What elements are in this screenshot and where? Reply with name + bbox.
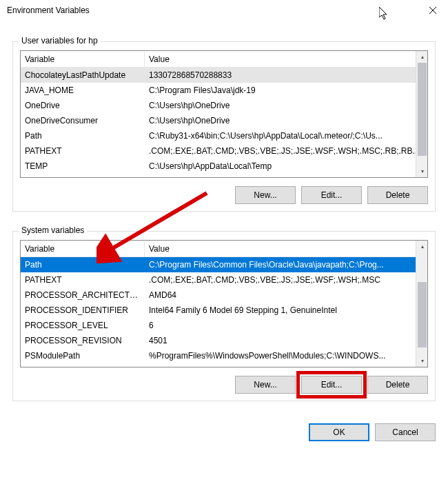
- cell-value: 6: [145, 319, 427, 332]
- table-row[interactable]: PROCESSOR_IDENTIFIERIntel64 Family 6 Mod…: [21, 303, 427, 318]
- system-variables-label: System variables: [19, 225, 87, 235]
- cancel-button[interactable]: Cancel: [375, 423, 436, 441]
- cell-variable: OneDrive: [21, 99, 145, 112]
- cell-value: C:\Program Files\Java\jdk-19: [145, 83, 427, 97]
- edit-button[interactable]: Edit...: [301, 186, 362, 204]
- cell-variable: PSModulePath: [21, 349, 145, 363]
- close-button[interactable]: [417, 0, 448, 21]
- table-row[interactable]: PATHEXT.COM;.EXE;.BAT;.CMD;.VBS;.VBE;.JS…: [21, 272, 427, 288]
- column-variable[interactable]: Variable: [21, 52, 145, 67]
- scroll-down-icon[interactable]: ▾: [416, 355, 428, 367]
- table-row[interactable]: PathC:\Ruby31-x64\bin;C:\Users\hp\AppDat…: [21, 128, 427, 143]
- scroll-up-icon[interactable]: ▴: [416, 51, 428, 63]
- cell-value: C:\Users\hp\OneDrive: [145, 99, 427, 112]
- cell-variable: OneDriveConsumer: [21, 114, 145, 128]
- cell-variable: Path: [21, 129, 145, 143]
- cell-variable: PATHEXT: [21, 273, 145, 287]
- table-row[interactable]: PathC:\Program Files\Common Files\Oracle…: [21, 257, 427, 272]
- table-row[interactable]: PATHEXT.COM;.EXE;.BAT;.CMD;.VBS;.VBE;.JS…: [21, 143, 427, 159]
- column-value[interactable]: Value: [145, 241, 427, 256]
- delete-button[interactable]: Delete: [367, 186, 428, 204]
- scroll-down-icon[interactable]: ▾: [416, 165, 428, 177]
- table-header: Variable Value: [21, 51, 427, 68]
- cell-value: .COM;.EXE;.BAT;.CMD;.VBS;.VBE;.JS;.JSE;.…: [145, 144, 427, 158]
- table-row[interactable]: OneDriveC:\Users\hp\OneDrive: [21, 98, 427, 113]
- table-row[interactable]: OneDriveConsumerC:\Users\hp\OneDrive: [21, 113, 427, 128]
- titlebar: Environment Variables: [0, 0, 448, 21]
- cell-variable: TEMP: [21, 159, 145, 173]
- table-row[interactable]: PROCESSOR_REVISION4501: [21, 333, 427, 348]
- column-variable[interactable]: Variable: [21, 241, 145, 256]
- user-variables-group: User variables for hp Variable Value Cho…: [12, 41, 436, 212]
- cell-value: C:\Program Files\Common Files\Oracle\Jav…: [145, 258, 427, 272]
- cell-value: 133072868570288833: [145, 68, 427, 82]
- cell-value: .COM;.EXE;.BAT;.CMD;.VBS;.VBE;.JS;.JSE;.…: [145, 273, 427, 287]
- scrollbar[interactable]: ▴ ▾: [416, 51, 427, 177]
- table-row[interactable]: PSModulePath%ProgramFiles%\WindowsPowerS…: [21, 348, 427, 363]
- system-variables-table[interactable]: Variable Value PathC:\Program Files\Comm…: [20, 240, 428, 367]
- cell-value: %ProgramFiles%\WindowsPowerShell\Modules…: [145, 349, 427, 363]
- cell-value: C:\Ruby31-x64\bin;C:\Users\hp\AppData\Lo…: [145, 129, 427, 143]
- cell-variable: PROCESSOR_ARCHITECTU...: [21, 288, 145, 302]
- cell-variable: ChocolateyLastPathUpdate: [21, 68, 145, 82]
- table-row[interactable]: ChocolateyLastPathUpdate1330728685702888…: [21, 68, 427, 83]
- cell-value: 4501: [145, 334, 427, 347]
- scrollbar[interactable]: ▴ ▾: [416, 241, 427, 367]
- cell-variable: JAVA_HOME: [21, 83, 145, 97]
- new-button[interactable]: New...: [235, 376, 296, 394]
- cell-variable: PATHEXT: [21, 144, 145, 158]
- scrollbar-thumb[interactable]: [418, 282, 427, 347]
- user-variables-label: User variables for hp: [19, 36, 101, 46]
- user-variables-table[interactable]: Variable Value ChocolateyLastPathUpdate1…: [20, 50, 428, 178]
- cell-variable: Path: [21, 258, 145, 272]
- cell-value: C:\Users\hp\OneDrive: [145, 114, 427, 128]
- cell-variable: PROCESSOR_LEVEL: [21, 319, 145, 332]
- table-row[interactable]: PROCESSOR_ARCHITECTU...AMD64: [21, 288, 427, 303]
- close-icon: [429, 7, 436, 14]
- delete-button[interactable]: Delete: [367, 376, 428, 394]
- scrollbar-thumb[interactable]: [418, 63, 427, 156]
- scroll-up-icon[interactable]: ▴: [416, 241, 428, 252]
- table-row[interactable]: PROCESSOR_LEVEL6: [21, 318, 427, 333]
- cell-variable: PROCESSOR_REVISION: [21, 334, 145, 347]
- system-variables-group: System variables Variable Value PathC:\P…: [12, 231, 436, 401]
- dialog-buttons: OK Cancel: [0, 416, 448, 451]
- cell-value: C:\Users\hp\AppData\Local\Temp: [145, 159, 427, 173]
- table-row[interactable]: TEMPC:\Users\hp\AppData\Local\Temp: [21, 159, 427, 174]
- cell-variable: PROCESSOR_IDENTIFIER: [21, 303, 145, 317]
- cell-value: AMD64: [145, 288, 427, 302]
- edit-button[interactable]: Edit...: [301, 376, 362, 394]
- ok-button[interactable]: OK: [309, 423, 369, 441]
- table-row[interactable]: JAVA_HOMEC:\Program Files\Java\jdk-19: [21, 83, 427, 98]
- window-title: Environment Variables: [6, 6, 90, 15]
- user-buttons: New... Edit... Delete: [20, 186, 428, 204]
- system-buttons: New... Edit... Delete: [20, 376, 428, 394]
- cell-value: Intel64 Family 6 Model 69 Stepping 1, Ge…: [145, 303, 427, 317]
- table-header: Variable Value: [21, 241, 427, 257]
- new-button[interactable]: New...: [235, 186, 296, 204]
- column-value[interactable]: Value: [145, 52, 427, 67]
